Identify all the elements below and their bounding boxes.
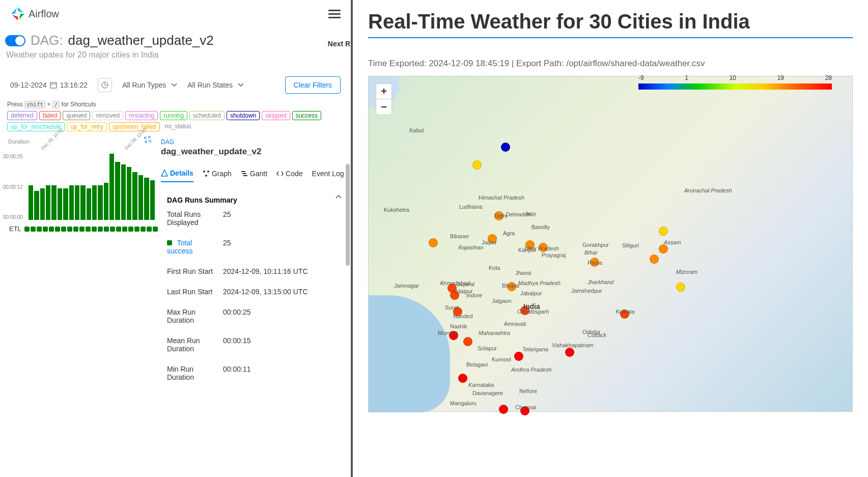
- run-bar[interactable]: [40, 188, 45, 220]
- status-queued[interactable]: queued: [63, 111, 90, 120]
- tab-gantt[interactable]: Gantt: [241, 169, 267, 182]
- run-bar[interactable]: [63, 188, 68, 220]
- city-dot[interactable]: [499, 405, 508, 414]
- run-bar[interactable]: [87, 188, 91, 220]
- etl-status-box[interactable]: [134, 227, 139, 232]
- etl-status-box[interactable]: [31, 227, 36, 232]
- city-dot[interactable]: [590, 258, 599, 267]
- status-failed[interactable]: failed: [39, 111, 61, 120]
- run-bar[interactable]: [104, 183, 108, 220]
- etl-status-box[interactable]: [122, 227, 127, 232]
- city-dot[interactable]: [429, 238, 438, 247]
- etl-status-box[interactable]: [79, 227, 85, 232]
- breadcrumb[interactable]: DAG: [161, 138, 349, 146]
- tab-event-log[interactable]: Event Log: [312, 169, 344, 182]
- city-dot[interactable]: [525, 240, 535, 249]
- run-bar[interactable]: [98, 185, 102, 220]
- status-removed[interactable]: removed: [92, 111, 123, 120]
- etl-status-box[interactable]: [43, 227, 48, 232]
- bar-chart[interactable]: 00:00:25 00:00:12 00:00:00: [29, 154, 155, 220]
- run-bar[interactable]: [150, 180, 155, 220]
- run-bar[interactable]: [127, 167, 131, 220]
- city-dot[interactable]: [514, 352, 523, 361]
- zoom-in-button[interactable]: +: [376, 84, 391, 99]
- run-bar[interactable]: [115, 162, 120, 220]
- status-skipped[interactable]: skipped: [262, 111, 290, 120]
- status-up_for_reschedule[interactable]: up_for_reschedule: [7, 122, 65, 131]
- city-dot[interactable]: [659, 244, 668, 254]
- date-picker[interactable]: 09-12-2024 13:16:22: [10, 81, 88, 89]
- city-dot[interactable]: [458, 374, 467, 383]
- collapse-icon[interactable]: [144, 135, 152, 146]
- run-bar[interactable]: [29, 185, 33, 220]
- status-success[interactable]: success: [292, 111, 321, 120]
- city-dot[interactable]: [539, 243, 548, 252]
- city-dot[interactable]: [565, 348, 574, 357]
- etl-status-box[interactable]: [116, 227, 121, 232]
- etl-status-box[interactable]: [141, 227, 146, 232]
- status-restarting[interactable]: restarting: [125, 111, 158, 120]
- city-dot[interactable]: [650, 255, 659, 264]
- run-bar[interactable]: [80, 185, 85, 220]
- run-states-dropdown[interactable]: All Run States: [187, 81, 244, 89]
- city-dot[interactable]: [494, 211, 503, 220]
- etl-status-box[interactable]: [24, 227, 30, 232]
- etl-status-box[interactable]: [86, 227, 91, 232]
- city-dot[interactable]: [472, 160, 482, 170]
- etl-status-box[interactable]: [61, 227, 66, 232]
- etl-status-box[interactable]: [110, 227, 115, 232]
- tab-code[interactable]: Code: [276, 169, 302, 182]
- run-bar[interactable]: [109, 154, 114, 220]
- map[interactable]: + − -9 1 10 19 28 LudhianaHimachal Prade…: [368, 76, 853, 412]
- run-bar[interactable]: [46, 185, 50, 220]
- city-dot[interactable]: [620, 310, 629, 319]
- etl-status-box[interactable]: [73, 227, 78, 232]
- chevron-up-icon[interactable]: [335, 195, 342, 199]
- run-bar[interactable]: [92, 185, 97, 220]
- tab-details[interactable]: Details: [161, 169, 193, 182]
- menu-button[interactable]: [328, 10, 341, 18]
- status-shutdown[interactable]: shutdown: [227, 111, 260, 120]
- run-bar[interactable]: [75, 185, 79, 220]
- clock-button[interactable]: [98, 78, 112, 92]
- status-deferred[interactable]: deferred: [7, 111, 37, 120]
- status-upstream_failed[interactable]: upstream_failed: [109, 122, 159, 131]
- run-bar[interactable]: [138, 175, 143, 220]
- run-bar[interactable]: [69, 185, 74, 220]
- city-dot[interactable]: [488, 234, 497, 243]
- status-running[interactable]: running: [160, 111, 187, 120]
- tab-graph[interactable]: Graph: [203, 169, 232, 182]
- city-dot[interactable]: [463, 337, 472, 346]
- city-dot[interactable]: [450, 291, 459, 300]
- city-dot[interactable]: [453, 307, 462, 316]
- scrollbar[interactable]: [346, 164, 350, 266]
- city-dot[interactable]: [520, 306, 529, 315]
- etl-status-box[interactable]: [37, 227, 42, 232]
- status-no_status[interactable]: no_status: [162, 122, 194, 131]
- city-dot[interactable]: [520, 406, 529, 415]
- logo[interactable]: Airflow: [10, 6, 59, 21]
- status-scheduled[interactable]: scheduled: [189, 111, 225, 120]
- run-bar[interactable]: [121, 164, 126, 220]
- dag-toggle[interactable]: [5, 35, 25, 46]
- run-bar[interactable]: [34, 191, 39, 220]
- run-bar[interactable]: [132, 172, 137, 220]
- run-bar[interactable]: [51, 185, 56, 220]
- etl-status-box[interactable]: [98, 227, 103, 232]
- city-dot[interactable]: [507, 282, 516, 291]
- city-dot[interactable]: [449, 331, 458, 340]
- city-dot[interactable]: [659, 227, 668, 236]
- clear-filters-button[interactable]: Clear Filters: [285, 76, 341, 94]
- etl-status-box[interactable]: [92, 227, 97, 232]
- etl-status-box[interactable]: [128, 227, 133, 232]
- status-up_for_retry[interactable]: up_for_retry: [67, 122, 107, 131]
- etl-status-box[interactable]: [104, 227, 109, 232]
- run-bar[interactable]: [144, 178, 149, 220]
- city-dot[interactable]: [676, 283, 685, 292]
- etl-status-box[interactable]: [67, 227, 72, 232]
- etl-status-box[interactable]: [147, 227, 152, 232]
- run-bar[interactable]: [58, 188, 62, 220]
- run-types-dropdown[interactable]: All Run Types: [122, 81, 177, 89]
- etl-status-box[interactable]: [49, 227, 54, 232]
- city-dot[interactable]: [501, 143, 510, 152]
